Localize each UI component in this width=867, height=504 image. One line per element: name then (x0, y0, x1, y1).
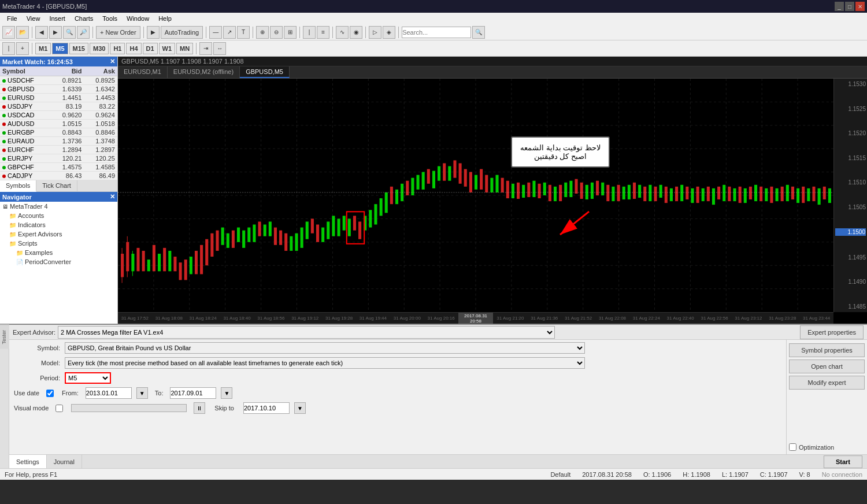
chart-area: GBPUSD,M5 1.1907 1.1908 1.1907 1.1908 EU… (118, 57, 867, 324)
chart-shift-btn[interactable]: ⇥ (199, 42, 212, 55)
open-chart-btn[interactable]: Open chart (789, 360, 865, 373)
arrow-tool[interactable]: ↗ (223, 26, 236, 39)
market-watch-row[interactable]: GBPUSD 1.6339 1.6342 (0, 85, 117, 94)
usedate-checkbox[interactable] (46, 390, 54, 397)
new-order-btn[interactable]: + New Order (96, 26, 140, 39)
market-watch-row[interactable]: EURGBP 0.8843 0.8846 (0, 128, 117, 137)
market-watch-row[interactable]: EURAUD 1.3736 1.3748 (0, 137, 117, 146)
tf-mn[interactable]: MN (176, 43, 193, 54)
expert-properties-btn[interactable]: Expert properties (800, 325, 864, 339)
nav-metatrader4[interactable]: 🖥 MetaTrader 4 (0, 202, 117, 211)
tpl-btn[interactable]: ◉ (350, 26, 362, 39)
line-studies-btn[interactable]: | (2, 42, 15, 55)
mw-tab-tick[interactable]: Tick Chart (36, 180, 77, 191)
market-watch-row[interactable]: CADJPY 86.43 86.49 (0, 172, 117, 180)
nav-period-converter[interactable]: 📄 PeriodConverter (0, 257, 117, 266)
tf-d1[interactable]: D1 (143, 43, 158, 54)
nav-indicators[interactable]: 📁 Indicators (0, 220, 117, 229)
menu-charts[interactable]: Charts (70, 14, 98, 23)
visual-pause-btn[interactable]: ⏸ (194, 402, 205, 414)
tf-m15[interactable]: M15 (69, 43, 88, 54)
menu-tools[interactable]: Tools (98, 14, 122, 23)
zoom-in-btn[interactable]: 🔍 (63, 26, 76, 39)
chart-tab-eurusd-m1[interactable]: EURUSD,M1 (118, 66, 168, 78)
chart-tab-eurusd-m2[interactable]: EURUSD,M2 (offline) (168, 66, 240, 78)
navigator-close[interactable]: ✕ (110, 193, 115, 201)
ea-dropdown[interactable]: 2 MA Crosses Mega filter EA V1.ex4 (58, 326, 555, 339)
start-btn[interactable]: Start (824, 455, 862, 468)
nav-examples[interactable]: 📁 Examples (0, 248, 117, 257)
to-date[interactable] (170, 387, 216, 399)
tester-tab-settings[interactable]: Settings (9, 455, 47, 468)
crosshair-btn[interactable]: + (16, 42, 29, 55)
tester-tab-journal[interactable]: Journal (47, 455, 82, 468)
restore-btn[interactable]: □ (845, 2, 854, 11)
skip-to-input[interactable] (243, 402, 290, 414)
search-input[interactable] (402, 27, 471, 38)
open-btn[interactable]: 📂 (16, 26, 29, 39)
tf-h1[interactable]: H1 (110, 43, 125, 54)
back-btn[interactable]: ◀ (35, 26, 48, 39)
chart-tab-gbpusd-m5[interactable]: GBPUSD,M5 (240, 66, 290, 78)
market-watch-row[interactable]: USDCHF 0.8921 0.8925 (0, 76, 117, 85)
market-watch-row[interactable]: EURUSD 1.4451 1.4453 (0, 94, 117, 102)
tf-m30[interactable]: M30 (90, 43, 109, 54)
to-date-picker[interactable]: ▼ (221, 387, 232, 399)
experts-btn[interactable]: ▷ (369, 26, 381, 39)
nav-scripts[interactable]: 📁 Scripts (0, 239, 117, 248)
market-watch-row[interactable]: EURCHF 1.2894 1.2897 (0, 146, 117, 154)
from-date-picker[interactable]: ▼ (136, 387, 148, 399)
chart-type1[interactable]: | (303, 26, 316, 39)
market-watch-row[interactable]: EURJPY 120.21 120.25 (0, 154, 117, 163)
nav-expert-advisors[interactable]: 📁 Expert Advisors (0, 229, 117, 239)
tf-m5[interactable]: M5 (52, 43, 68, 54)
menu-insert[interactable]: Insert (45, 14, 70, 23)
period-label: Period: (14, 375, 60, 381)
tf-m1[interactable]: M1 (35, 43, 51, 54)
tf-w1[interactable]: W1 (159, 43, 176, 54)
minimize-btn[interactable]: _ (835, 2, 844, 11)
from-date[interactable] (86, 387, 132, 399)
chart-type2[interactable]: ≡ (317, 26, 329, 39)
close-btn[interactable]: ✕ (855, 2, 865, 11)
new-chart-btn[interactable]: 📈 (2, 26, 15, 39)
zoom-icon[interactable]: ⊕ (256, 26, 269, 39)
indicators-btn[interactable]: ∿ (336, 26, 349, 39)
market-watch-row[interactable]: AUDUSD 1.0515 1.0518 (0, 120, 117, 128)
tf-h4[interactable]: H4 (126, 43, 141, 54)
symbol-select[interactable]: GBPUSD, Great Britain Pound vs US Dollar (65, 342, 585, 354)
period-select[interactable]: M5 (65, 372, 111, 384)
autoscroll-btn[interactable]: ↔ (213, 42, 226, 55)
modify-expert-btn[interactable]: Modify expert (789, 376, 865, 390)
nav-accounts[interactable]: 📁 Accounts (0, 211, 117, 220)
visual-speed-slider[interactable] (71, 404, 187, 412)
skip-to-picker[interactable]: ▼ (294, 402, 306, 414)
search-btn[interactable]: 🔍 (472, 26, 485, 39)
symbol-properties-btn[interactable]: Symbol properties (789, 343, 865, 357)
scripts-btn[interactable]: ◈ (383, 26, 395, 39)
zoom-out-btn[interactable]: 🔎 (77, 26, 90, 39)
svg-rect-127 (623, 187, 625, 199)
menu-file[interactable]: File (2, 14, 22, 23)
market-watch-row[interactable]: USDJPY 83.19 83.22 (0, 102, 117, 111)
svg-rect-118 (575, 179, 577, 194)
autotrading-btn[interactable]: AutoTrading (161, 26, 203, 39)
mw-tab-symbols[interactable]: Symbols (0, 180, 36, 192)
line-tool[interactable]: — (209, 26, 222, 39)
symbol-dot (2, 166, 6, 169)
grid-icon[interactable]: ⊞ (284, 26, 297, 39)
optimization-checkbox[interactable] (789, 443, 796, 451)
zoom-out-icon[interactable]: ⊖ (270, 26, 283, 39)
market-watch-close[interactable]: ✕ (110, 58, 115, 65)
menu-window[interactable]: Window (122, 14, 154, 23)
model-select[interactable]: Every tick (the most precise method base… (65, 357, 585, 369)
menu-view[interactable]: View (22, 14, 45, 23)
text-tool[interactable]: T (237, 26, 250, 39)
symbol-dot (2, 114, 6, 117)
market-watch-row[interactable]: USDCAD 0.9620 0.9624 (0, 111, 117, 120)
visual-mode-checkbox[interactable] (55, 405, 63, 412)
market-watch-row[interactable]: GBPCHF 1.4575 1.4585 (0, 163, 117, 172)
fwd-btn[interactable]: ▶ (49, 26, 62, 39)
menu-help[interactable]: Help (154, 14, 176, 23)
side-tab-tester[interactable]: Tester (0, 325, 9, 349)
